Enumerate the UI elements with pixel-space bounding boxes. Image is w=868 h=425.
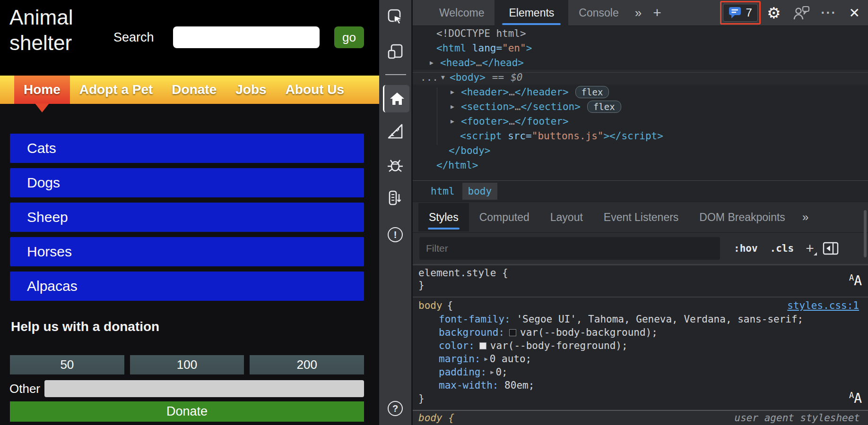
tag-token: <html	[436, 42, 466, 54]
pseudo-state-toggle[interactable]: :hov	[728, 243, 764, 254]
body-rule-selector-line[interactable]: body { styles.css:1	[413, 298, 868, 313]
tab-welcome[interactable]: Welcome	[429, 0, 495, 26]
layout-ruler-icon[interactable]	[385, 121, 406, 142]
color-swatch-dark[interactable]	[509, 329, 516, 336]
font-size-toggle-icon[interactable]: AA	[849, 391, 862, 406]
settings-gear-icon[interactable]: ⚙	[761, 4, 787, 22]
tab-dom-breakpoints[interactable]: DOM Breakpoints	[689, 203, 796, 231]
gutter-ellipsis: ...	[420, 72, 441, 83]
expand-shorthand-icon[interactable]: ▶	[485, 356, 488, 362]
css-property-padding[interactable]: padding:▶0;	[413, 366, 868, 379]
body-style-rule: body { styles.css:1 font-family: 'Segoe …	[413, 298, 868, 410]
element-style-block: element.style { } AA	[413, 264, 868, 298]
nav-item-about-us[interactable]: About Us	[276, 76, 354, 104]
tab-elements[interactable]: Elements	[495, 0, 568, 26]
font-size-toggle-icon[interactable]: AA	[849, 273, 862, 289]
preset-50-button[interactable]: 50	[10, 355, 124, 374]
other-amount-label: Other	[9, 380, 40, 397]
property-name: color:	[439, 340, 475, 351]
nav-item-donate[interactable]: Donate	[162, 76, 226, 104]
dom-node-body-close[interactable]: </body>	[413, 143, 868, 158]
issues-alert-icon[interactable]: !	[385, 224, 406, 245]
stylesheet-source-link[interactable]: styles.css:1	[787, 298, 859, 313]
category-button-sheep[interactable]: Sheep	[10, 203, 364, 232]
category-button-cats[interactable]: Cats	[10, 134, 364, 163]
issues-counter-button[interactable]: 7	[723, 4, 758, 22]
category-button-horses[interactable]: Horses	[10, 237, 364, 266]
preset-200-button[interactable]: 200	[250, 355, 364, 374]
dom-node-header[interactable]: ▶<header>…</header>flex	[413, 85, 868, 99]
css-property-font-family[interactable]: font-family: 'Segoe UI', Tahoma, Geneva,…	[413, 313, 868, 326]
tab-computed[interactable]: Computed	[469, 203, 540, 231]
nav-item-adopt-a-pet[interactable]: Adopt a Pet	[70, 76, 163, 104]
devtools-activity-bar: ! ?	[379, 0, 412, 425]
search-input[interactable]	[173, 26, 320, 48]
collapsed-arrow-icon[interactable]: ▶	[451, 118, 461, 125]
device-emulation-icon[interactable]	[385, 42, 406, 62]
network-conditions-icon[interactable]	[385, 188, 406, 209]
help-icon[interactable]: ?	[385, 398, 406, 419]
home-panel-button[interactable]	[383, 85, 409, 112]
tag-token: </body>	[449, 145, 491, 156]
breadcrumb-html[interactable]: html	[425, 183, 460, 200]
flex-badge[interactable]: flex	[587, 101, 621, 113]
tab-styles[interactable]: Styles	[418, 203, 469, 231]
dom-node-doctype[interactable]: <!DOCTYPE html>	[413, 26, 868, 41]
collapsed-arrow-icon[interactable]: ▶	[451, 103, 461, 110]
add-tab-icon[interactable]: +	[647, 5, 667, 21]
styles-scrollbar-thumb[interactable]	[864, 210, 867, 257]
dom-node-head[interactable]: ▶<head>…</head>	[413, 55, 868, 70]
css-property-background[interactable]: background:var(--body-background);	[413, 326, 868, 339]
breadcrumb-body[interactable]: body	[462, 183, 498, 200]
active-tab-arrow	[35, 103, 49, 112]
element-style-close-brace[interactable]: }	[413, 279, 868, 291]
attr-name-token: src=	[502, 130, 532, 142]
other-amount-input[interactable]	[44, 380, 364, 397]
preset-100-button[interactable]: 100	[130, 355, 244, 374]
tab-layout[interactable]: Layout	[540, 203, 593, 231]
more-panels-icon[interactable]: »	[796, 211, 815, 224]
collapsed-arrow-icon[interactable]: ▶	[430, 59, 440, 66]
styles-tab-bar: Styles Computed Layout Event Listeners D…	[413, 202, 868, 233]
css-property-color[interactable]: color:var(--body-foreground);	[413, 339, 868, 352]
feedback-people-icon[interactable]	[787, 5, 816, 20]
overflow-menu-icon[interactable]: ···	[816, 6, 842, 20]
search-go-button[interactable]: go	[334, 26, 364, 48]
donate-button[interactable]: Donate	[10, 401, 364, 422]
debug-bug-icon[interactable]	[385, 155, 406, 176]
class-toggle[interactable]: .cls	[764, 243, 800, 254]
tab-event-listeners[interactable]: Event Listeners	[593, 203, 689, 231]
nav-item-jobs[interactable]: Jobs	[226, 76, 276, 104]
flex-badge[interactable]: flex	[575, 86, 609, 98]
css-property-max-width[interactable]: max-width: 80em;	[413, 379, 868, 392]
element-style-selector[interactable]: element.style {	[413, 267, 868, 279]
devtools-tab-bar: Welcome Elements Console » + 7 ⚙	[413, 0, 868, 26]
category-button-dogs[interactable]: Dogs	[10, 168, 364, 197]
color-swatch-light[interactable]	[479, 342, 486, 349]
dom-node-footer[interactable]: ▶<footer>…</footer>	[413, 114, 868, 128]
dom-node-section[interactable]: ▶<section>…</section>flex	[413, 99, 868, 114]
nav-item-label: About Us	[286, 82, 344, 97]
nav-item-label: Adopt a Pet	[79, 82, 153, 97]
more-tabs-icon[interactable]: »	[629, 6, 647, 20]
toggle-sidebar-icon[interactable]	[823, 242, 839, 255]
ellipsis-token: …	[509, 116, 515, 127]
css-property-margin[interactable]: margin:▶0 auto;	[413, 352, 868, 366]
expanded-arrow-icon[interactable]: ▼	[441, 74, 450, 81]
close-devtools-icon[interactable]: ✕	[842, 5, 867, 21]
tag-token: </head>	[482, 57, 524, 68]
new-style-rule-button[interactable]: +	[800, 240, 820, 256]
property-name: max-width:	[439, 380, 498, 391]
dom-node-html-close[interactable]: </html>	[413, 158, 868, 172]
dom-node-script[interactable]: <script src="buttons.js"></script>	[413, 128, 868, 143]
styles-filter-input[interactable]	[419, 237, 720, 260]
site-header: Animal shelter Search go	[0, 0, 379, 76]
property-name: padding:	[439, 366, 486, 378]
category-button-alpacas[interactable]: Alpacas	[10, 272, 364, 301]
expand-shorthand-icon[interactable]: ▶	[490, 369, 494, 375]
dom-node-html-open[interactable]: <html lang="en">	[413, 41, 868, 55]
nav-item-home[interactable]: Home	[14, 76, 70, 104]
collapsed-arrow-icon[interactable]: ▶	[451, 88, 461, 95]
tab-console[interactable]: Console	[568, 0, 629, 26]
inspect-element-icon[interactable]	[385, 6, 406, 27]
